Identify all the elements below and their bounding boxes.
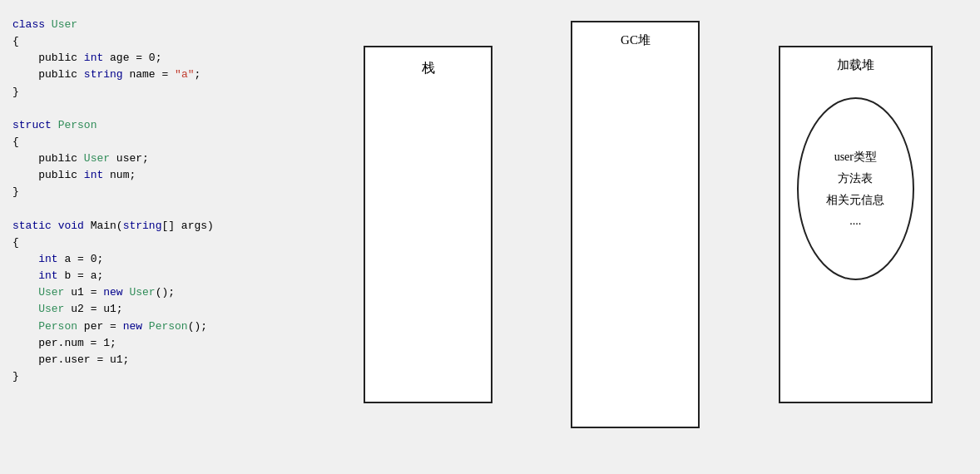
stack-label: 栈 [422,60,435,77]
gc-heap-label: GC堆 [621,32,651,48]
oval-container: user类型 方法表 相关元信息 .... [797,97,914,280]
oval-line3: 相关元信息 [826,193,884,208]
stack-box: 栈 [364,46,492,403]
main-container: class User { public int age = 0; public … [0,0,980,474]
oval-line2: 方法表 [838,171,873,186]
oval-line4: .... [849,215,861,228]
code-panel: class User { public int age = 0; public … [8,8,316,466]
oval-line1: user类型 [834,150,877,165]
diagram-area: 栈 GC堆 加载堆 user类型 方法表 相关元信息 .... [324,8,972,466]
gc-heap-box: GC堆 [571,21,700,428]
load-heap-label: 加载堆 [837,57,874,73]
load-heap-box: 加载堆 user类型 方法表 相关元信息 .... [779,46,933,403]
code-block: class User { public int age = 0; public … [12,17,312,385]
